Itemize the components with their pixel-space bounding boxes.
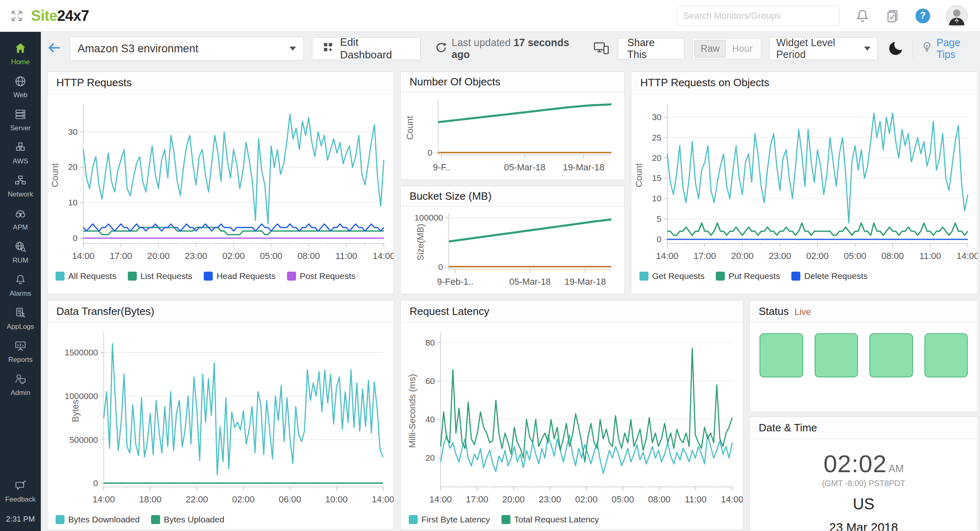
panel-title: Request Latency	[401, 301, 743, 323]
edit-dashboard-button[interactable]: Edit Dashboard	[312, 37, 421, 60]
date-time-body: 02:02 AM (GMT -8:00) PST8PDT US 23 Mar 2…	[750, 439, 978, 531]
legend-swatch	[716, 272, 725, 281]
panel-request-latency: Request Latency 2040608014:0017:0020:002…	[400, 300, 743, 530]
notifications-bell-icon[interactable]	[855, 9, 870, 23]
legend-item[interactable]: Bytes Uploaded	[151, 515, 224, 524]
svg-text:Count: Count	[634, 163, 644, 187]
raw-toggle[interactable]: Raw	[695, 40, 726, 58]
divider	[913, 40, 913, 58]
sidebar-item-reports[interactable]: Reports	[0, 335, 41, 368]
panel-title: Bucket Size (MB)	[401, 186, 624, 207]
server-icon	[14, 108, 27, 122]
sidebar-item-home[interactable]: Home	[0, 38, 41, 71]
sidebar-item-alarms[interactable]: Alarms	[0, 269, 41, 302]
svg-text:20:00: 20:00	[731, 251, 753, 261]
legend-label: Delete Requests	[804, 271, 867, 281]
refresh-control[interactable]: Last updated 17 seconds ago	[434, 37, 585, 60]
chart-legend: Get RequestsPut RequestsDelete Requests	[631, 268, 978, 281]
avatar[interactable]	[946, 5, 968, 27]
svg-text:14:00: 14:00	[72, 251, 94, 261]
bucket-size-chart: 01000009-Feb-1..05-Mar-1819-Mar-18Size(M…	[401, 209, 624, 291]
reports-icon	[14, 340, 27, 354]
svg-text:20:00: 20:00	[502, 494, 525, 504]
data-transfer-chart: 05000001000000150000014:0018:0022:0002:0…	[47, 328, 394, 511]
sidebar-item-applogs[interactable]: AppLogs	[0, 302, 41, 335]
search-input[interactable]	[676, 6, 840, 26]
live-badge: Live	[795, 301, 811, 323]
widget-level-period-selector[interactable]: Widget Level Period	[769, 37, 878, 60]
clock-date: 23 Mar 2018	[829, 520, 898, 531]
legend-item[interactable]: Total Request Latency	[501, 515, 599, 524]
svg-text:08:00: 08:00	[297, 251, 320, 261]
legend-item[interactable]: All Requests	[56, 271, 116, 281]
edit-grid-icon	[322, 41, 334, 56]
sidebar-item-admin[interactable]: Admin	[0, 368, 41, 402]
dashboard-selector[interactable]: Amazon S3 environment	[70, 37, 304, 60]
help-icon[interactable]: ?	[915, 9, 930, 23]
legend-item[interactable]: Bytes Downloaded	[56, 515, 140, 524]
svg-text:0: 0	[73, 233, 78, 243]
legend-label: All Requests	[68, 271, 116, 281]
legend-item[interactable]: List Requests	[128, 271, 192, 281]
sidebar-item-apm[interactable]: APM	[0, 203, 41, 236]
legend-label: Bytes Uploaded	[164, 515, 224, 524]
legend-item[interactable]: Post Requests	[287, 271, 356, 281]
legend-label: First Byte Latency	[421, 515, 490, 524]
sidebar-item-aws[interactable]: AWS	[0, 137, 41, 170]
svg-text:9-F..: 9-F..	[433, 162, 450, 172]
status-box[interactable]	[869, 333, 913, 377]
svg-text:23:00: 23:00	[768, 251, 791, 261]
svg-text:02:00: 02:00	[222, 251, 245, 261]
svg-text:9-Feb-1..: 9-Feb-1..	[437, 277, 473, 287]
status-box[interactable]	[815, 333, 858, 377]
svg-text:05-Mar-18: 05-Mar-18	[504, 162, 545, 172]
tasks-icon[interactable]	[885, 9, 900, 23]
chart-canvas: 010203014:0017:0020:0023:0002:0005:0008:…	[47, 100, 394, 268]
clock-time: 02:02	[824, 450, 887, 478]
expand-icon[interactable]	[10, 9, 24, 23]
devices-icon[interactable]	[593, 40, 610, 57]
sidebar-clock: 2:31 PM	[6, 508, 35, 531]
legend-item[interactable]: First Byte Latency	[409, 515, 490, 524]
legend-item[interactable]: Head Requests	[204, 271, 276, 281]
top-bar: Site24x7 ?	[0, 0, 980, 32]
sidebar-item-server[interactable]: Server	[0, 104, 41, 137]
page-tips-button[interactable]: Page Tips	[921, 37, 980, 60]
sidebar-item-rum[interactable]: RUM	[0, 236, 41, 269]
status-box[interactable]	[924, 333, 968, 377]
raw-hour-toggle: Raw Hour	[693, 38, 761, 59]
panel-title: Number Of Objects	[401, 72, 624, 92]
svg-text:14:00: 14:00	[429, 494, 452, 504]
status-box[interactable]	[760, 333, 803, 377]
dark-mode-moon-icon[interactable]	[888, 40, 904, 58]
alarm-bell-icon	[14, 274, 27, 288]
svg-text:19-Mar-18: 19-Mar-18	[563, 162, 604, 172]
hour-toggle[interactable]: Hour	[726, 40, 759, 57]
svg-text:1000000: 1000000	[65, 391, 98, 401]
svg-text:17:00: 17:00	[693, 251, 716, 261]
svg-text:11:00: 11:00	[919, 251, 941, 261]
back-arrow-icon[interactable]	[47, 40, 62, 57]
chart-canvas: 09-F..05-Mar-1819-Mar-18Count	[401, 94, 624, 177]
aws-cubes-icon	[14, 141, 27, 155]
legend-item[interactable]: Delete Requests	[791, 271, 867, 281]
svg-text:02:00: 02:00	[575, 494, 597, 504]
legend-swatch	[639, 272, 648, 281]
share-this-button[interactable]: Share This	[618, 38, 684, 59]
legend-item[interactable]: Put Requests	[716, 271, 780, 281]
sidebar-item-web[interactable]: Web	[0, 71, 41, 104]
svg-text:Size(MB): Size(MB)	[415, 224, 425, 261]
main-content: Amazon S3 environment Edit Dashboard Las…	[41, 32, 980, 531]
svg-text:14:00: 14:00	[372, 251, 394, 261]
legend-item[interactable]: Get Requests	[639, 271, 704, 281]
chart-canvas: 05000001000000150000014:0018:0022:0002:0…	[47, 328, 394, 511]
sidebar-item-feedback[interactable]: Feedback	[0, 475, 41, 508]
binoculars-icon	[14, 207, 27, 221]
sidebar-item-network[interactable]: Network	[0, 170, 41, 203]
svg-text:14:00: 14:00	[656, 251, 678, 261]
svg-text:08:00: 08:00	[648, 494, 670, 504]
chevron-down-icon	[290, 47, 296, 51]
svg-text:80: 80	[425, 338, 435, 347]
panel-number-of-objects: Number Of Objects 09-F..05-Mar-1819-Mar-…	[400, 71, 625, 180]
panel-title: Date & Time	[750, 417, 978, 439]
